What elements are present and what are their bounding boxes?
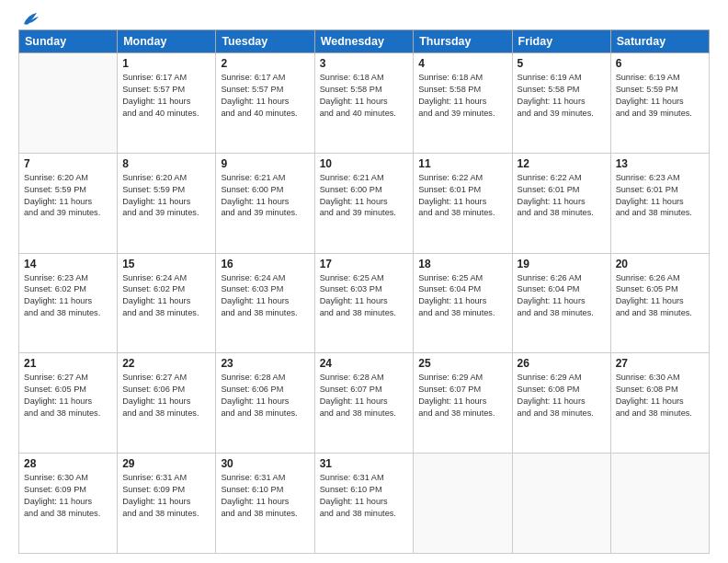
day-info: Sunrise: 6:25 AMSunset: 6:03 PMDaylight:…: [320, 272, 409, 320]
col-friday: Friday: [512, 30, 610, 53]
daylight-text-line1: Daylight: 11 hours: [418, 196, 506, 208]
daylight-text-line1: Daylight: 11 hours: [122, 295, 210, 307]
daylight-text-line2: and and 38 minutes.: [122, 508, 210, 520]
sunset-text: Sunset: 6:06 PM: [122, 384, 210, 396]
sunset-text: Sunset: 6:00 PM: [320, 184, 409, 196]
sunrise-text: Sunrise: 6:26 AM: [616, 272, 704, 284]
col-thursday: Thursday: [414, 30, 512, 53]
day-number: 21: [24, 357, 112, 370]
table-row: 17Sunrise: 6:25 AMSunset: 6:03 PMDayligh…: [314, 253, 414, 353]
sunset-text: Sunset: 6:08 PM: [518, 384, 606, 396]
sunset-text: Sunset: 6:02 PM: [122, 283, 210, 295]
day-number: 16: [221, 258, 309, 270]
sunset-text: Sunset: 6:10 PM: [320, 484, 409, 496]
sunset-text: Sunset: 5:59 PM: [122, 184, 210, 196]
daylight-text-line1: Daylight: 11 hours: [122, 396, 210, 408]
sunset-text: Sunset: 6:03 PM: [320, 283, 409, 295]
day-number: 15: [122, 258, 210, 270]
day-info: Sunrise: 6:24 AMSunset: 6:02 PMDaylight:…: [122, 272, 210, 320]
calendar-week-row: 14Sunrise: 6:23 AMSunset: 6:02 PMDayligh…: [19, 253, 710, 353]
day-info: Sunrise: 6:31 AMSunset: 6:10 PMDaylight:…: [221, 472, 309, 520]
sunrise-text: Sunrise: 6:22 AM: [518, 172, 606, 184]
day-number: 11: [418, 157, 506, 170]
table-row: 4Sunrise: 6:18 AMSunset: 5:58 PMDaylight…: [414, 53, 512, 154]
sunset-text: Sunset: 6:09 PM: [24, 484, 112, 496]
col-sunday: Sunday: [19, 30, 118, 53]
sunset-text: Sunset: 5:57 PM: [122, 84, 210, 96]
daylight-text-line2: and and 40 minutes.: [221, 108, 309, 120]
day-number: 29: [122, 457, 210, 470]
day-info: Sunrise: 6:23 AMSunset: 6:01 PMDaylight:…: [616, 172, 704, 220]
sunrise-text: Sunrise: 6:24 AM: [122, 272, 210, 284]
sunrise-text: Sunrise: 6:28 AM: [320, 372, 409, 384]
table-row: 15Sunrise: 6:24 AMSunset: 6:02 PMDayligh…: [118, 253, 216, 353]
col-wednesday: Wednesday: [314, 30, 414, 53]
daylight-text-line1: Daylight: 11 hours: [320, 96, 409, 108]
day-info: Sunrise: 6:24 AMSunset: 6:03 PMDaylight:…: [221, 272, 309, 320]
daylight-text-line1: Daylight: 11 hours: [221, 295, 309, 307]
table-row: 25Sunrise: 6:29 AMSunset: 6:07 PMDayligh…: [414, 353, 512, 454]
daylight-text-line1: Daylight: 11 hours: [221, 496, 309, 508]
daylight-text-line1: Daylight: 11 hours: [616, 295, 704, 307]
daylight-text-line1: Daylight: 11 hours: [122, 96, 210, 108]
sunset-text: Sunset: 6:09 PM: [122, 484, 210, 496]
day-info: Sunrise: 6:30 AMSunset: 6:08 PMDaylight:…: [616, 372, 704, 419]
daylight-text-line2: and and 40 minutes.: [122, 108, 210, 120]
daylight-text-line2: and and 40 minutes.: [320, 108, 409, 120]
day-number: 26: [518, 357, 606, 370]
day-info: Sunrise: 6:21 AMSunset: 6:00 PMDaylight:…: [320, 172, 409, 220]
daylight-text-line1: Daylight: 11 hours: [122, 496, 210, 508]
daylight-text-line1: Daylight: 11 hours: [24, 196, 112, 208]
sunset-text: Sunset: 5:59 PM: [616, 84, 704, 96]
daylight-text-line2: and and 38 minutes.: [320, 408, 409, 419]
page: Sunday Monday Tuesday Wednesday Thursday…: [0, 0, 728, 563]
sunrise-text: Sunrise: 6:31 AM: [320, 472, 409, 484]
daylight-text-line1: Daylight: 11 hours: [418, 96, 506, 108]
table-row: 29Sunrise: 6:31 AMSunset: 6:09 PMDayligh…: [118, 454, 216, 554]
day-number: 24: [320, 357, 409, 370]
day-number: 14: [24, 258, 112, 270]
day-info: Sunrise: 6:29 AMSunset: 6:08 PMDaylight:…: [518, 372, 606, 419]
table-row: 24Sunrise: 6:28 AMSunset: 6:07 PMDayligh…: [314, 353, 414, 454]
day-info: Sunrise: 6:26 AMSunset: 6:04 PMDaylight:…: [518, 272, 606, 320]
table-row: 30Sunrise: 6:31 AMSunset: 6:10 PMDayligh…: [216, 454, 314, 554]
day-info: Sunrise: 6:31 AMSunset: 6:10 PMDaylight:…: [320, 472, 409, 520]
day-number: 8: [122, 157, 210, 170]
day-number: 31: [320, 457, 409, 470]
daylight-text-line2: and and 38 minutes.: [616, 307, 704, 319]
table-row: 14Sunrise: 6:23 AMSunset: 6:02 PMDayligh…: [19, 253, 118, 353]
sunset-text: Sunset: 6:01 PM: [616, 184, 704, 196]
daylight-text-line2: and and 38 minutes.: [418, 408, 506, 419]
sunrise-text: Sunrise: 6:23 AM: [24, 272, 112, 284]
daylight-text-line1: Daylight: 11 hours: [24, 295, 112, 307]
sunset-text: Sunset: 6:04 PM: [418, 283, 506, 295]
day-info: Sunrise: 6:28 AMSunset: 6:07 PMDaylight:…: [320, 372, 409, 419]
daylight-text-line2: and and 38 minutes.: [24, 307, 112, 319]
day-number: 13: [616, 157, 704, 170]
table-row: 16Sunrise: 6:24 AMSunset: 6:03 PMDayligh…: [216, 253, 314, 353]
table-row: 1Sunrise: 6:17 AMSunset: 5:57 PMDaylight…: [118, 53, 216, 154]
day-info: Sunrise: 6:23 AMSunset: 6:02 PMDaylight:…: [24, 272, 112, 320]
table-row: 26Sunrise: 6:29 AMSunset: 6:08 PMDayligh…: [512, 353, 610, 454]
day-info: Sunrise: 6:18 AMSunset: 5:58 PMDaylight:…: [418, 72, 506, 120]
day-number: 10: [320, 157, 409, 170]
daylight-text-line2: and and 39 minutes.: [24, 207, 112, 219]
sunset-text: Sunset: 5:57 PM: [221, 84, 309, 96]
sunrise-text: Sunrise: 6:22 AM: [418, 172, 506, 184]
daylight-text-line1: Daylight: 11 hours: [221, 96, 309, 108]
day-number: 3: [320, 57, 409, 70]
sunset-text: Sunset: 6:07 PM: [418, 384, 506, 396]
day-number: 4: [418, 57, 506, 70]
table-row: 27Sunrise: 6:30 AMSunset: 6:08 PMDayligh…: [610, 353, 709, 454]
calendar-week-row: 7Sunrise: 6:20 AMSunset: 5:59 PMDaylight…: [19, 153, 710, 253]
daylight-text-line2: and and 38 minutes.: [320, 508, 409, 520]
calendar-week-row: 1Sunrise: 6:17 AMSunset: 5:57 PMDaylight…: [19, 53, 710, 154]
sunset-text: Sunset: 6:05 PM: [616, 283, 704, 295]
table-row: 6Sunrise: 6:19 AMSunset: 5:59 PMDaylight…: [610, 53, 709, 154]
table-row: [512, 454, 610, 554]
day-info: Sunrise: 6:31 AMSunset: 6:09 PMDaylight:…: [122, 472, 210, 520]
sunset-text: Sunset: 6:10 PM: [221, 484, 309, 496]
table-row: 20Sunrise: 6:26 AMSunset: 6:05 PMDayligh…: [610, 253, 709, 353]
table-row: 21Sunrise: 6:27 AMSunset: 6:05 PMDayligh…: [19, 353, 118, 454]
daylight-text-line1: Daylight: 11 hours: [320, 295, 409, 307]
